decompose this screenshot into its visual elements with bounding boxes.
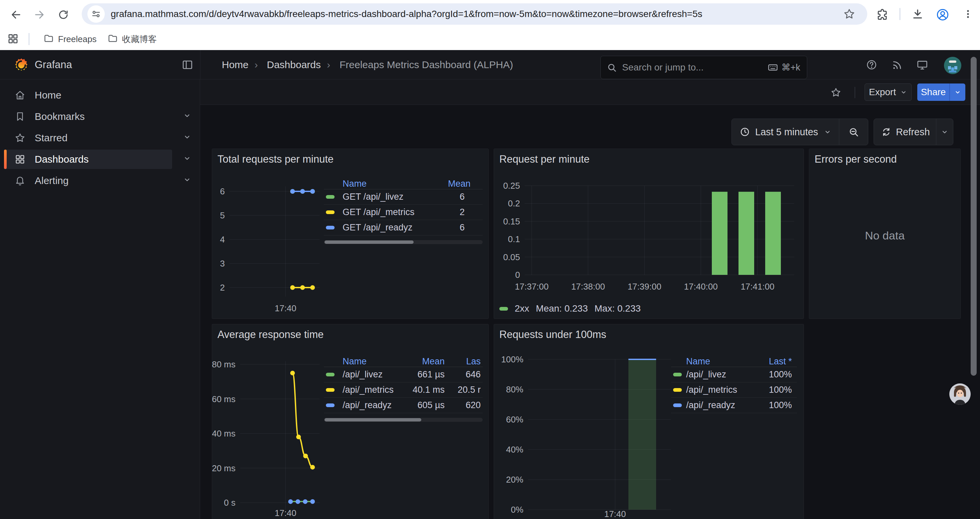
- legend-row[interactable]: /api/_metrics100%: [671, 382, 797, 398]
- series-pill: [324, 226, 342, 230]
- legend-column-header[interactable]: Mean: [405, 356, 445, 367]
- series-color-pill[interactable]: [326, 388, 334, 392]
- legend-series-name[interactable]: /api/_readyz: [686, 400, 757, 410]
- legend-value: 646: [445, 369, 483, 380]
- legend-series-name[interactable]: /api/_livez: [686, 369, 757, 380]
- browser-reload-icon[interactable]: [57, 9, 69, 21]
- grafana-brand[interactable]: Grafana: [35, 50, 72, 80]
- url-text[interactable]: grafana.mathmast.com/d/deytv4rwavabkb/fr…: [111, 0, 702, 28]
- series-color-pill[interactable]: [326, 404, 334, 407]
- sidebar-item-alerting[interactable]: Alerting: [4, 171, 172, 190]
- svg-text:3: 3: [220, 259, 225, 268]
- series-pill: [671, 404, 686, 407]
- series-color-pill[interactable]: [673, 404, 682, 407]
- site-settings-icon: [91, 9, 102, 19]
- browser-back-icon[interactable]: [10, 9, 22, 21]
- profile-icon[interactable]: [936, 8, 949, 21]
- legend-scrollbar-thumb[interactable]: [325, 241, 414, 244]
- series-color-pill[interactable]: [326, 226, 334, 230]
- grafana-logo[interactable]: [14, 58, 29, 72]
- legend-row[interactable]: GET /api/_metrics2: [324, 205, 483, 220]
- share-menu-button[interactable]: [949, 83, 965, 101]
- chevron-down-icon[interactable]: [183, 175, 191, 186]
- svg-text:0: 0: [515, 270, 520, 280]
- series-color-pill[interactable]: [326, 211, 334, 214]
- zoom-out-icon[interactable]: [839, 126, 868, 137]
- bar: [738, 192, 754, 275]
- news-rss-icon[interactable]: [891, 59, 903, 70]
- legend-column-header[interactable]: Name: [686, 356, 757, 367]
- bar: [765, 192, 781, 275]
- legend-column-header[interactable]: Name: [342, 356, 405, 367]
- share-button[interactable]: Share: [917, 83, 949, 101]
- series-color-pill[interactable]: [673, 388, 682, 392]
- refresh-interval-dropdown[interactable]: [936, 128, 953, 136]
- legend-row[interactable]: /api/_readyz605 µs620: [324, 398, 483, 413]
- legend-series-name[interactable]: GET /api/_metrics: [342, 207, 448, 217]
- legend-column-header[interactable]: Mean: [448, 179, 483, 189]
- chevron-down-icon[interactable]: [183, 153, 191, 165]
- legend-row[interactable]: /api/_livez100%: [671, 367, 797, 382]
- bar: [712, 192, 727, 275]
- legend-scrollbar[interactable]: [324, 240, 483, 244]
- breadcrumb-separator: ›: [321, 50, 336, 80]
- sidebar-item-starred[interactable]: Starred: [4, 128, 172, 148]
- refresh-button[interactable]: Refresh: [896, 126, 930, 137]
- floating-assistant-avatar[interactable]: [949, 383, 971, 405]
- legend-series-name[interactable]: /api/_metrics: [686, 385, 757, 395]
- sidebar-item-home[interactable]: Home: [4, 86, 172, 105]
- chevron-down-icon[interactable]: [183, 111, 191, 122]
- browser-menu-icon[interactable]: [962, 8, 974, 20]
- legend-column-header[interactable]: Las: [445, 356, 483, 367]
- time-range-picker[interactable]: Last 5 minutes: [755, 126, 818, 137]
- search-input[interactable]: Search or jump to... ⌘+k: [600, 56, 807, 79]
- svg-text:20 ms: 20 ms: [212, 463, 235, 473]
- legend-scrollbar-thumb[interactable]: [325, 418, 421, 422]
- svg-text:5: 5: [220, 211, 225, 220]
- breadcrumb-current: Freeleaps Metrics Dashboard (ALPHA): [340, 50, 513, 80]
- legend-series-name[interactable]: /api/_metrics: [342, 385, 405, 395]
- breadcrumb-dashboards[interactable]: Dashboards: [267, 50, 321, 80]
- dock-menu-icon[interactable]: [181, 59, 194, 71]
- bookmark-item[interactable]: 收藏博客: [122, 28, 157, 50]
- panel-title[interactable]: Errors per second: [815, 153, 897, 165]
- export-button[interactable]: Export: [865, 83, 912, 101]
- legend-row[interactable]: /api/_livez661 µs646: [324, 367, 483, 382]
- browser-forward-icon[interactable]: [33, 9, 45, 21]
- user-avatar[interactable]: [943, 56, 962, 76]
- legend-column-header[interactable]: Name: [342, 179, 448, 189]
- bell-icon: [15, 175, 25, 186]
- favorite-star-icon[interactable]: [830, 87, 841, 98]
- legend-scrollbar[interactable]: [324, 418, 483, 422]
- downloads-icon[interactable]: [911, 8, 924, 21]
- extensions-icon[interactable]: [876, 8, 889, 21]
- sidebar-item-bookmarks[interactable]: Bookmarks: [4, 107, 172, 126]
- apps-grid-icon[interactable]: [7, 33, 19, 45]
- legend-row[interactable]: /api/_metrics40.1 ms20.5 r: [324, 382, 483, 398]
- series-color-pill[interactable]: [326, 195, 334, 199]
- actions-divider: [854, 87, 855, 98]
- legend-series-name[interactable]: /api/_livez: [342, 369, 405, 380]
- legend-series-name[interactable]: /api/_readyz: [342, 400, 405, 410]
- monitor-icon[interactable]: [916, 59, 928, 70]
- svg-text:0.2: 0.2: [508, 198, 520, 208]
- breadcrumb-home[interactable]: Home: [222, 50, 248, 80]
- page-scrollbar[interactable]: [970, 57, 977, 376]
- bookmark-item[interactable]: Freeleaps: [58, 28, 97, 50]
- chevron-down-icon[interactable]: [183, 132, 191, 144]
- chart-legend[interactable]: 2xx Mean: 0.233 Max: 0.233: [500, 303, 641, 314]
- legend-series-name[interactable]: GET /api/_readyz: [342, 222, 448, 233]
- bookmark-star-icon[interactable]: [843, 8, 855, 20]
- legend-row[interactable]: GET /api/_livez6: [324, 189, 483, 205]
- series-color-pill[interactable]: [326, 373, 334, 376]
- search-placeholder: Search or jump to...: [622, 62, 767, 73]
- series-pill: [324, 373, 342, 376]
- data-point: [310, 465, 315, 469]
- legend-row[interactable]: /api/_readyz100%: [671, 398, 797, 413]
- legend-column-header[interactable]: Last *: [757, 356, 797, 367]
- help-icon[interactable]: [866, 59, 877, 70]
- sidebar-item-dashboards[interactable]: Dashboards: [4, 150, 172, 169]
- legend-series-name[interactable]: GET /api/_livez: [342, 192, 448, 202]
- series-color-pill[interactable]: [673, 373, 682, 376]
- legend-row[interactable]: GET /api/_readyz6: [324, 220, 483, 235]
